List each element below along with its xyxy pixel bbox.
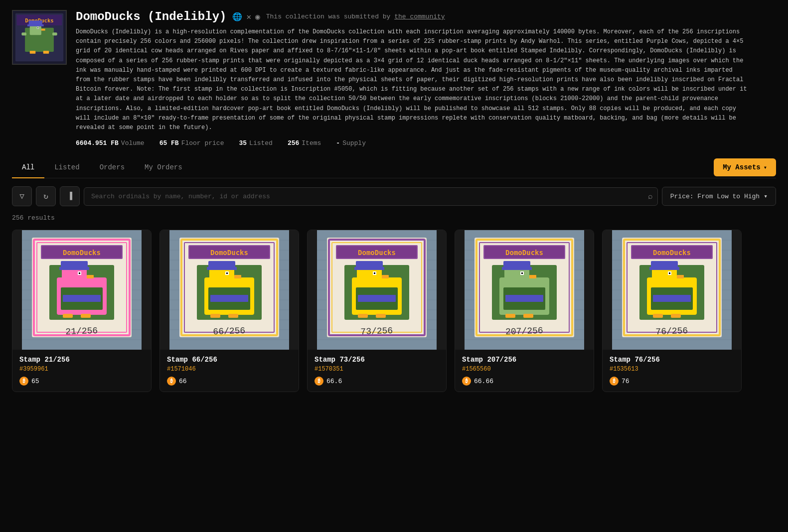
svg-text:21/256: 21/256 [65, 326, 98, 337]
chevron-down-icon: ▾ [764, 164, 767, 171]
svg-rect-137 [529, 275, 536, 278]
svg-rect-173 [671, 314, 681, 318]
cards-grid: DomoDucks [12, 230, 776, 392]
collection-logo: DomoDucks [12, 10, 67, 65]
svg-rect-77 [228, 314, 238, 318]
community-link[interactable]: the community [394, 13, 445, 20]
svg-rect-107 [358, 295, 396, 302]
search-input[interactable] [84, 187, 658, 206]
svg-rect-169 [677, 275, 684, 278]
svg-text:66/256: 66/256 [213, 326, 245, 337]
svg-rect-14 [43, 51, 49, 54]
stat-floor: 65 FB Floor price [159, 139, 224, 147]
card-body: Stamp 73/256 #1570351 ₿ 66.6 [308, 350, 446, 392]
svg-text:DomoDucks: DomoDucks [505, 249, 543, 257]
btc-icon: ₿ [315, 377, 323, 386]
collection-card[interactable]: DomoDucks 66/256 Stamp 66/2 [159, 230, 299, 392]
card-body: Stamp 21/256 #3959961 ₿ 65 [12, 350, 151, 392]
btc-icon: ₿ [19, 377, 28, 386]
card-price: 65 [31, 378, 39, 385]
tab-my-orders[interactable]: My Orders [135, 157, 192, 178]
sort-dropdown[interactable]: Price: From Low to High ▾ [662, 187, 776, 206]
card-image: DomoDucks [12, 230, 151, 350]
card-image: DomoDucks 73/256 [308, 230, 446, 350]
svg-rect-69 [208, 261, 235, 268]
svg-rect-141 [523, 314, 533, 318]
collection-card[interactable]: DomoDucks 73/256 Stamp 73/2 [307, 230, 447, 392]
collection-title: DomoDucks (Indelibly) [76, 10, 226, 23]
collection-card[interactable]: DomoDucks [12, 230, 152, 392]
svg-rect-13 [30, 51, 36, 54]
card-id: #3959961 [19, 366, 144, 373]
community-tag: This collection was submitted by the com… [266, 13, 445, 20]
card-price-row: ₿ 65 [19, 377, 144, 386]
btc-icon: ₿ [462, 377, 471, 386]
card-title: Stamp 66/256 [167, 356, 292, 364]
svg-rect-171 [653, 295, 691, 302]
svg-rect-45 [81, 314, 91, 318]
collection-info: DomoDucks (Indelibly) 🌐 ✕ ◉ This collect… [76, 10, 776, 147]
svg-rect-102 [354, 267, 384, 270]
btc-icon: ₿ [610, 377, 619, 386]
tabs: All Listed Orders My Orders [12, 157, 192, 178]
svg-rect-134 [502, 267, 532, 270]
card-body: Stamp 76/256 #1535613 ₿ 76 [603, 350, 741, 392]
card-price: 66.66 [474, 378, 493, 385]
card-title: Stamp 76/256 [610, 356, 734, 364]
search-wrapper: ⌕ [84, 187, 658, 206]
collection-icons: 🌐 ✕ ◉ [232, 12, 260, 22]
search-submit-button[interactable]: ⌕ [648, 192, 653, 201]
card-title: Stamp 21/256 [19, 356, 144, 364]
refresh-button[interactable]: ↻ [36, 186, 56, 206]
svg-text:73/256: 73/256 [360, 326, 393, 337]
svg-rect-108 [358, 314, 368, 318]
collection-stats: 6604.951 FB Volume 65 FB Floor price 35 … [76, 139, 776, 147]
svg-text:DomoDucks: DomoDucks [653, 249, 691, 257]
tab-all[interactable]: All [12, 157, 44, 178]
card-body: Stamp 66/256 #1571046 ₿ 66 [160, 350, 299, 392]
svg-text:DomoDucks: DomoDucks [358, 249, 396, 257]
tabs-row: All Listed Orders My Orders My Assets ▾ [12, 157, 776, 178]
svg-rect-133 [503, 261, 530, 268]
card-price: 76 [622, 378, 630, 385]
collection-card[interactable]: DomoDucks 76/256 Stamp 76/2 [602, 230, 742, 392]
chart-icon: ▐ [67, 192, 72, 201]
card-image: DomoDucks 207/256 [455, 230, 594, 350]
sort-chevron-icon: ▾ [764, 192, 768, 200]
svg-rect-104 [374, 272, 375, 274]
chart-button[interactable]: ▐ [60, 186, 80, 206]
stat-listed: 35 Listed [239, 139, 272, 147]
svg-rect-10 [41, 29, 45, 31]
svg-rect-140 [505, 314, 515, 318]
svg-rect-38 [59, 267, 89, 270]
card-price: 66 [179, 378, 187, 385]
svg-rect-44 [63, 314, 73, 318]
svg-rect-139 [505, 295, 543, 302]
card-body: Stamp 207/256 #1565560 ₿ 66.66 [455, 350, 594, 392]
globe-icon[interactable]: 🌐 [232, 12, 242, 22]
svg-rect-166 [649, 267, 679, 270]
card-price-row: ₿ 76 [610, 377, 734, 386]
svg-rect-12 [52, 32, 57, 35]
svg-rect-72 [226, 272, 228, 274]
svg-rect-70 [207, 267, 237, 270]
svg-rect-11 [21, 32, 26, 35]
refresh-icon: ↻ [43, 191, 48, 201]
btc-icon: ₿ [167, 377, 176, 386]
svg-text:DomoDucks: DomoDucks [63, 249, 101, 257]
stat-supply: - Supply [336, 139, 366, 147]
filter-button[interactable]: ▽ [12, 186, 32, 206]
twitter-icon[interactable]: ✕ [246, 12, 251, 22]
collection-card[interactable]: DomoDucks 207/256 Stamp 207 [455, 230, 594, 392]
svg-rect-40 [79, 272, 80, 274]
discord-icon[interactable]: ◉ [255, 12, 260, 22]
card-title: Stamp 73/256 [315, 356, 439, 364]
svg-rect-9 [37, 27, 38, 28]
tab-listed[interactable]: Listed [44, 157, 89, 178]
tab-orders[interactable]: Orders [90, 157, 135, 178]
card-price-row: ₿ 66.66 [462, 377, 587, 386]
svg-rect-76 [210, 314, 220, 318]
svg-rect-172 [653, 314, 663, 318]
my-assets-button[interactable]: My Assets ▾ [714, 158, 776, 176]
svg-rect-37 [61, 261, 88, 268]
